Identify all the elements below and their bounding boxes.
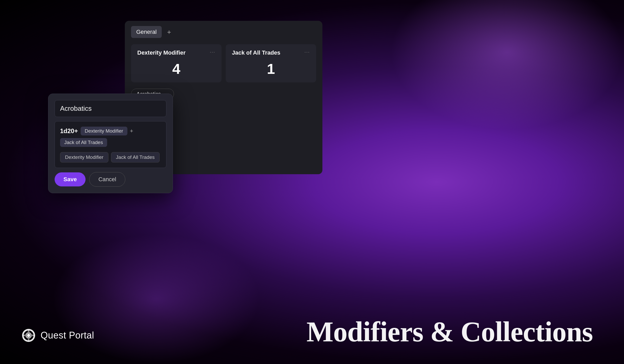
- formula-box: 1d20+ Dexterity Modifier + Jack of All T…: [55, 121, 166, 168]
- quest-portal-logo-icon: [21, 328, 36, 343]
- dialog-actions: Save Cancel: [55, 172, 166, 187]
- cancel-button[interactable]: Cancel: [89, 172, 125, 187]
- modifier-card-dexterity: Dexterity Modifier ··· 4: [131, 44, 222, 82]
- page-title: Modifiers & Collections: [307, 315, 593, 348]
- tab-general[interactable]: General: [131, 26, 162, 38]
- page-title-area: Modifiers & Collections: [307, 315, 593, 348]
- suggestion-dexterity[interactable]: Dexterity Modifier: [60, 152, 108, 162]
- suggestion-jack[interactable]: Jack of All Trades: [111, 152, 160, 162]
- formula-dice: 1d20+: [60, 127, 78, 135]
- edit-dialog: 1d20+ Dexterity Modifier + Jack of All T…: [48, 94, 173, 193]
- modifier-card-value: 4: [137, 60, 215, 77]
- logo-text: Quest Portal: [41, 330, 94, 341]
- modifier-card-menu-button-2[interactable]: ···: [304, 49, 310, 55]
- modifier-card-menu-button[interactable]: ···: [210, 49, 215, 55]
- modifier-card-title: Dexterity Modifier: [137, 49, 186, 56]
- modifier-card-header-2: Jack of All Trades ···: [232, 49, 310, 56]
- modifier-card-title-2: Jack of All Trades: [232, 49, 280, 56]
- modifier-card-value-2: 1: [232, 60, 310, 77]
- formula-operator: +: [130, 128, 133, 134]
- modifier-card-jack: Jack of All Trades ··· 1: [226, 44, 316, 82]
- tabs-bar: General +: [125, 21, 322, 38]
- formula-row: 1d20+ Dexterity Modifier + Jack of All T…: [60, 127, 161, 147]
- modifier-card-header: Dexterity Modifier ···: [137, 49, 215, 56]
- modifiers-grid: Dexterity Modifier ··· 4 Jack of All Tra…: [125, 38, 322, 89]
- formula-tag-dexterity[interactable]: Dexterity Modifier: [81, 127, 127, 135]
- formula-suggestions: Dexterity Modifier Jack of All Trades: [60, 152, 161, 162]
- tab-add-button[interactable]: +: [164, 27, 174, 37]
- dialog-name-input[interactable]: [55, 100, 166, 117]
- logo-area: Quest Portal: [21, 328, 94, 343]
- formula-tag-jack[interactable]: Jack of All Trades: [60, 138, 107, 147]
- save-button[interactable]: Save: [55, 172, 86, 186]
